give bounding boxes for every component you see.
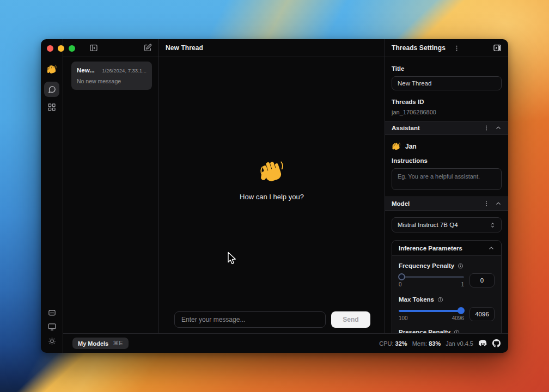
mem-stat: Mem: 83% — [412, 340, 441, 347]
frequency-penalty-label: Frequency Penalty — [399, 262, 454, 269]
max-tokens-min: 100 — [399, 315, 408, 321]
chat-header: New Thread — [159, 39, 385, 57]
max-tokens-label-row: Max Tokens — [399, 296, 495, 303]
inference-collapse-icon[interactable] — [488, 245, 495, 252]
assistant-name: Jan — [405, 143, 417, 150]
collapse-sidebar-icon[interactable] — [89, 44, 98, 52]
toggle-right-panel-icon[interactable] — [493, 44, 502, 52]
chat-title: New Thread — [166, 44, 203, 52]
cpu-stat: CPU: 32% — [379, 340, 407, 347]
thread-item-timestamp: 1/26/2024, 7:33:1... — [102, 68, 147, 74]
greeting-text: How can I help you? — [240, 193, 304, 201]
settings-gear-icon[interactable] — [48, 337, 56, 345]
assistant-section-header[interactable]: Assistant — [385, 121, 508, 135]
model-menu-icon[interactable] — [483, 200, 490, 207]
assistant-section-title: Assistant — [392, 125, 478, 131]
model-selected-value: Mistral Instruct 7B Q4 — [398, 222, 458, 228]
close-window-button[interactable] — [47, 45, 53, 52]
empty-state: How can I help you? — [159, 158, 385, 201]
info-icon[interactable] — [454, 329, 460, 334]
threads-settings-body: Title Threads ID jan_1706286800 Assistan… — [385, 57, 508, 333]
chevrons-up-down-icon — [490, 222, 496, 228]
threads-id-label: Threads ID — [385, 99, 508, 105]
presence-penalty-label-row: Presence Penalty — [399, 329, 495, 333]
thread-title-input[interactable] — [392, 76, 502, 90]
chat-body: How can I help you? Send — [159, 57, 385, 333]
max-tokens-max: 4096 — [452, 315, 464, 321]
thread-list-header — [63, 39, 158, 57]
new-thread-icon[interactable] — [143, 44, 152, 52]
chat-bubble-icon — [48, 85, 56, 94]
system-monitor-icon[interactable] — [48, 323, 56, 331]
assistant-identity: Jan — [385, 142, 508, 151]
discord-icon[interactable] — [478, 340, 487, 347]
send-button[interactable]: Send — [331, 311, 370, 328]
info-icon[interactable] — [437, 297, 443, 303]
presence-penalty-label: Presence Penalty — [399, 329, 450, 333]
frequency-penalty-max: 1 — [461, 281, 464, 287]
title-label: Title — [385, 65, 508, 72]
minimize-window-button[interactable] — [58, 45, 64, 52]
thread-item-title: New... — [77, 67, 95, 74]
desktop-wallpaper: New... 1/26/2024, 7:33:1... No new messa… — [0, 0, 549, 392]
inference-parameters-title: Inference Parameters — [399, 245, 462, 252]
jan-logo-wave-icon[interactable] — [46, 64, 57, 75]
inference-parameters-header[interactable]: Inference Parameters — [392, 241, 501, 256]
assistant-menu-icon[interactable] — [483, 125, 490, 131]
model-section-title: Model — [392, 200, 478, 207]
max-tokens-label: Max Tokens — [399, 296, 434, 303]
zoom-window-button[interactable] — [69, 45, 75, 52]
frequency-penalty-slider[interactable] — [399, 276, 464, 278]
app-version: Jan v0.4.5 — [446, 340, 473, 347]
assistant-avatar-wave-icon — [392, 142, 401, 151]
left-rail — [41, 39, 63, 353]
threads-id-value: jan_1706286800 — [385, 109, 508, 115]
threads-settings-panel: Threads Settings Title Threads ID jan_17… — [385, 39, 508, 333]
instructions-label: Instructions — [385, 157, 508, 164]
frequency-penalty-label-row: Frequency Penalty — [399, 262, 495, 269]
frequency-penalty-min: 0 — [399, 281, 402, 287]
message-composer: Send — [174, 311, 370, 328]
threads-settings-menu-icon[interactable] — [453, 45, 460, 52]
max-tokens-slider-knob[interactable] — [457, 307, 465, 314]
window-controls — [47, 45, 75, 52]
thread-list-panel: New... 1/26/2024, 7:33:1... No new messa… — [63, 39, 159, 333]
threads-settings-header: Threads Settings — [385, 39, 508, 57]
message-input[interactable] — [174, 311, 326, 328]
frequency-penalty-slider-knob[interactable] — [398, 273, 405, 280]
model-collapse-icon[interactable] — [495, 200, 502, 207]
my-models-shortcut: ⌘E — [113, 340, 123, 347]
inference-parameters-card: Inference Parameters Frequency Penalty — [392, 240, 502, 333]
info-icon[interactable] — [457, 263, 463, 269]
thread-list-item[interactable]: New... 1/26/2024, 7:33:1... No new messa… — [71, 62, 152, 90]
model-select[interactable]: Mistral Instruct 7B Q4 — [392, 217, 502, 232]
system-stats: CPU: 32% Mem: 83% Jan v0.4.5 — [379, 339, 501, 347]
my-models-label: My Models — [78, 340, 108, 347]
chat-panel: New Thread How can I help you? Send — [159, 39, 385, 333]
apps-grid-icon[interactable] — [47, 103, 56, 112]
status-bar: My Models ⌘E CPU: 32% Mem: 83% Jan v0.4.… — [63, 333, 508, 353]
max-tokens-slider[interactable] — [399, 310, 464, 312]
my-models-button[interactable]: My Models ⌘E — [72, 338, 129, 349]
assistant-collapse-icon[interactable] — [495, 125, 502, 131]
jan-app-window: New... 1/26/2024, 7:33:1... No new messa… — [41, 39, 508, 353]
instructions-textarea[interactable] — [392, 168, 502, 190]
model-section-header[interactable]: Model — [385, 197, 508, 211]
frequency-penalty-value[interactable]: 0 — [469, 273, 495, 287]
threads-settings-title: Threads Settings — [392, 44, 446, 52]
thread-item-preview: No new message — [77, 78, 147, 84]
max-tokens-value[interactable]: 4096 — [469, 307, 495, 321]
server-dots-icon[interactable] — [48, 309, 56, 317]
wave-hand-icon — [259, 158, 285, 184]
github-icon[interactable] — [492, 339, 501, 347]
nav-chat-active[interactable] — [44, 82, 59, 97]
